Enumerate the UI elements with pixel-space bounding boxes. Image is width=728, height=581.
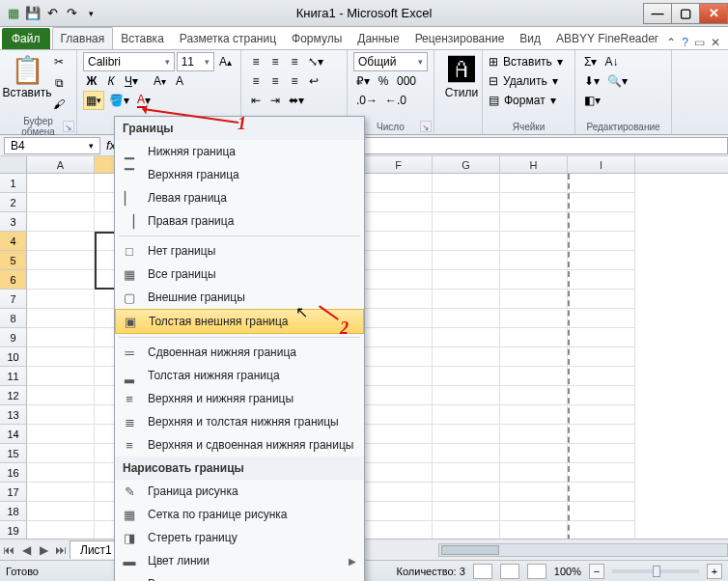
menu-item-border-2[interactable]: ▏Левая граница — [115, 186, 364, 209]
cell-I1[interactable] — [568, 174, 635, 193]
view-normal-button[interactable] — [473, 564, 492, 579]
row-17[interactable]: 17 — [0, 483, 27, 502]
bold-button[interactable]: Ж — [83, 71, 100, 91]
cell-H13[interactable] — [500, 405, 568, 425]
cell-G13[interactable] — [433, 405, 500, 425]
orientation-button[interactable]: ⤡▾ — [305, 52, 326, 71]
cell-G3[interactable] — [433, 212, 500, 232]
cell-G17[interactable] — [433, 483, 500, 502]
menu-item-border-5[interactable]: ▦Все границы — [115, 263, 364, 286]
wrap-text-button[interactable]: ↩ — [305, 71, 322, 91]
cell-F7[interactable] — [365, 290, 433, 309]
cell-F10[interactable] — [365, 347, 433, 367]
cell-G14[interactable] — [433, 425, 500, 444]
number-format-combo[interactable]: Общий▾ — [353, 52, 428, 71]
copy-button[interactable]: ⧉ — [50, 73, 68, 93]
tab-review[interactable]: Рецензирование — [407, 28, 513, 49]
menu-item-border-0[interactable]: ▁Нижняя граница — [115, 140, 364, 163]
format-cells-button[interactable]: Формат — [501, 91, 548, 110]
cell-A4[interactable] — [27, 232, 95, 251]
find-button[interactable]: 🔍▾ — [604, 71, 630, 91]
tab-view[interactable]: Вид — [512, 28, 548, 49]
cell-A17[interactable] — [27, 483, 95, 502]
menu-item-border-11[interactable]: ≣Верхняя и толстая нижняя границы — [115, 410, 364, 433]
select-all-corner[interactable] — [0, 156, 27, 173]
redo-icon[interactable]: ↷ — [64, 6, 79, 21]
name-box[interactable]: B4▾ — [4, 137, 100, 154]
font-size-combo[interactable]: 11▾ — [177, 52, 215, 71]
cell-F3[interactable] — [365, 212, 433, 232]
shrink-font-button[interactable]: A▾ — [151, 71, 169, 91]
cell-F1[interactable] — [365, 174, 433, 193]
cell-G7[interactable] — [433, 290, 500, 309]
tab-data[interactable]: Данные — [350, 28, 406, 49]
tab-page-layout[interactable]: Разметка страниц — [172, 28, 284, 49]
save-icon[interactable]: 💾 — [25, 6, 41, 21]
row-4[interactable]: 4 — [0, 232, 27, 251]
align-right-button[interactable]: ≡ — [286, 71, 303, 91]
minimize-button[interactable]: — — [643, 3, 672, 24]
percent-button[interactable]: % — [375, 71, 392, 91]
cell-F2[interactable] — [365, 193, 433, 212]
qat-dropdown-icon[interactable]: ▾ — [83, 6, 98, 21]
col-I[interactable]: I — [568, 156, 635, 173]
cell-H9[interactable] — [500, 328, 568, 347]
menu-item-border-9[interactable]: ▂Толстая нижняя граница — [115, 364, 364, 387]
clipboard-launcher[interactable]: ↘ — [63, 121, 74, 132]
cell-I12[interactable] — [568, 386, 635, 405]
align-center-button[interactable]: ≡ — [266, 71, 284, 91]
cell-A15[interactable] — [27, 444, 95, 463]
tab-formulas[interactable]: Формулы — [284, 28, 350, 49]
view-layout-button[interactable] — [500, 564, 519, 579]
zoom-in-button[interactable]: + — [707, 564, 722, 579]
cell-I10[interactable] — [568, 347, 635, 367]
window-restore-icon[interactable]: ▭ — [694, 36, 705, 49]
row-9[interactable]: 9 — [0, 328, 27, 347]
close-button[interactable]: ✕ — [699, 3, 728, 24]
cell-H14[interactable] — [500, 425, 568, 444]
hscroll-thumb[interactable] — [441, 545, 499, 555]
sort-filter-button[interactable]: A↓ — [602, 52, 621, 71]
grow-font-button[interactable]: A▴ — [216, 52, 235, 71]
menu-item-border-12[interactable]: ≡Верхняя и сдвоенная нижняя границы — [115, 433, 364, 456]
minimize-ribbon-icon[interactable]: ⌃ — [666, 36, 676, 49]
increase-decimal-button[interactable]: .0→ — [353, 91, 380, 110]
col-H[interactable]: H — [500, 156, 568, 173]
cell-H12[interactable] — [500, 386, 568, 405]
clear-button[interactable]: ◧▾ — [581, 91, 603, 110]
increase-indent-button[interactable]: ⇥ — [266, 91, 284, 110]
menu-item-draw-3[interactable]: ▬Цвет линии▶ — [115, 549, 364, 572]
row-19[interactable]: 19 — [0, 521, 27, 540]
cell-I18[interactable] — [568, 502, 635, 521]
cell-F4[interactable] — [365, 232, 433, 251]
fill-button[interactable]: ⬇▾ — [581, 71, 602, 91]
cell-I14[interactable] — [568, 425, 635, 444]
cell-F19[interactable] — [365, 521, 433, 540]
cell-I4[interactable] — [568, 232, 635, 251]
cell-F16[interactable] — [365, 463, 433, 483]
cell-G11[interactable] — [433, 367, 500, 386]
cell-A8[interactable] — [27, 309, 95, 328]
menu-item-border-1[interactable]: ▔Верхняя граница — [115, 163, 364, 186]
view-pagebreak-button[interactable] — [527, 564, 546, 579]
menu-item-border-4[interactable]: □Нет границы — [115, 239, 364, 263]
zoom-slider[interactable] — [612, 569, 699, 573]
row-1[interactable]: 1 — [0, 174, 27, 193]
comma-button[interactable]: 000 — [394, 71, 419, 91]
cell-A14[interactable] — [27, 425, 95, 444]
cell-A7[interactable] — [27, 290, 95, 309]
tab-home[interactable]: Главная — [52, 27, 114, 49]
cell-G1[interactable] — [433, 174, 500, 193]
window-close-inner-icon[interactable]: ✕ — [711, 36, 720, 49]
cell-H7[interactable] — [500, 290, 568, 309]
align-bottom-button[interactable]: ≡ — [286, 52, 303, 71]
borders-button[interactable]: ▦▾ — [83, 91, 104, 110]
paste-button[interactable]: 📋 Вставить — [6, 52, 48, 112]
sheet-nav-first[interactable]: ⏮ — [0, 543, 17, 557]
cell-F12[interactable] — [365, 386, 433, 405]
cell-I13[interactable] — [568, 405, 635, 425]
font-name-combo[interactable]: Calibri▾ — [83, 52, 175, 71]
cell-G10[interactable] — [433, 347, 500, 367]
cell-I5[interactable] — [568, 251, 635, 270]
cell-G5[interactable] — [433, 251, 500, 270]
